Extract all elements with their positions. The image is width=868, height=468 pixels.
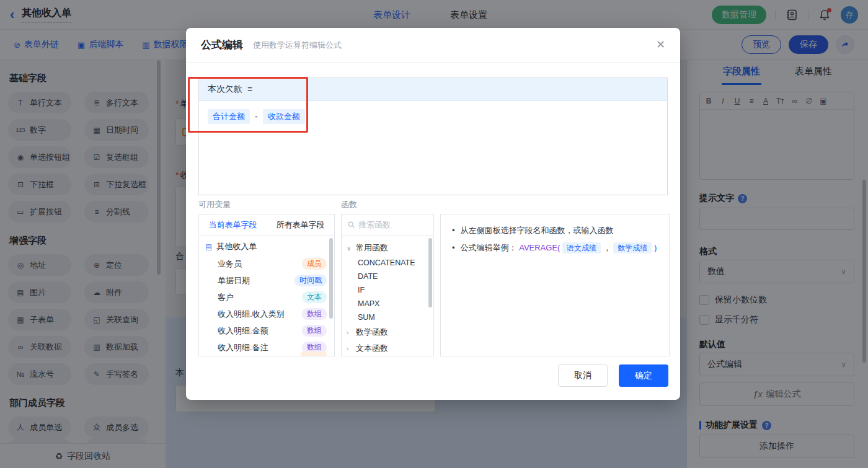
search-icon [348,221,355,229]
type-badge: 文本 [302,291,327,303]
function-search-input[interactable] [358,220,427,229]
help-line-2: • 公式编辑举例： AVERAGE( 语文成绩 ， 数学成绩 ) [452,241,658,255]
modal-subtitle: 使用数学运算符编辑公式 [253,40,342,51]
annotation-highlight-box [188,77,308,133]
clipped-badge [301,351,327,356]
app-root: ‹ 其他收入单 表单设计 表单设置 数据管理 存 ⊘ 表单外链 ▣ [0,0,868,468]
variable-row[interactable]: 单据日期时间戳 [199,272,334,289]
variables-scrollbar[interactable] [329,238,333,319]
confirm-button[interactable]: 确定 [619,364,668,387]
bullet-icon: • [452,241,455,255]
variable-row[interactable]: 收入明细.金额数组 [199,322,334,339]
field-chip-example: 数学成绩 [613,242,652,254]
variable-row[interactable]: 客户文本 [199,289,334,306]
variable-row[interactable]: 收入明细.收入类别数组 [199,306,334,322]
group-math-functions[interactable]: › 数学函数 [342,324,433,340]
chevron-right-icon: › [347,345,353,352]
tab-all-form-fields[interactable]: 所有表单字段 [267,214,334,235]
cancel-button[interactable]: 取消 [558,364,608,387]
form-doc-icon: ▤ [205,242,212,251]
variables-panel: 当前表单字段 所有表单字段 ▤ 其他收入单 业务员成员 单据日期时间戳 客户文本… [198,214,335,356]
function-mapx[interactable]: MAPX [342,297,433,311]
help-example-function: AVERAGE( [519,243,560,252]
functions-panel: ∨ 常用函数 CONCATENATE DATE IF MAPX SUM › 数学… [341,214,434,356]
function-concatenate[interactable]: CONCATENATE [342,256,433,270]
variable-row[interactable]: 业务员成员 [199,255,334,272]
functions-label: 函数 [341,199,357,210]
type-badge: 数组 [302,325,327,337]
bullet-icon: • [452,224,455,237]
help-example-close-paren: ) [654,243,657,252]
help-example-comma: ， [603,243,611,252]
function-search[interactable] [342,214,433,236]
functions-scrollbar[interactable] [428,238,432,307]
group-common-functions[interactable]: ∨ 常用函数 [342,240,433,256]
help-example-prefix: 公式编辑举例： [461,243,517,252]
variables-root[interactable]: ▤ 其他收入单 [199,236,334,255]
help-panel: • 从左侧面板选择字段名和函数，或输入函数 • 公式编辑举例： AVERAGE(… [440,214,670,356]
help-line-1: • 从左侧面板选择字段名和函数，或输入函数 [452,224,658,237]
group-text-functions[interactable]: › 文本函数 [342,340,433,356]
function-date[interactable]: DATE [342,270,433,283]
type-badge: 成员 [302,258,327,270]
modal-title: 公式编辑 [201,38,243,52]
modal-header: 公式编辑 使用数学运算符编辑公式 [186,28,680,63]
chevron-right-icon: › [347,329,353,336]
close-icon[interactable]: ✕ [656,38,665,51]
variables-label: 可用变量 [198,199,231,210]
function-list: ∨ 常用函数 CONCATENATE DATE IF MAPX SUM › 数学… [342,236,433,356]
variables-tabs: 当前表单字段 所有表单字段 [199,214,334,236]
type-badge: 数组 [302,308,327,320]
function-sum[interactable]: SUM [342,311,433,324]
tab-current-form-fields[interactable]: 当前表单字段 [199,214,267,235]
function-if[interactable]: IF [342,283,433,297]
field-chip-example: 语文成绩 [562,242,601,254]
type-badge: 时间戳 [294,275,327,286]
chevron-down-icon: ∨ [347,245,353,252]
